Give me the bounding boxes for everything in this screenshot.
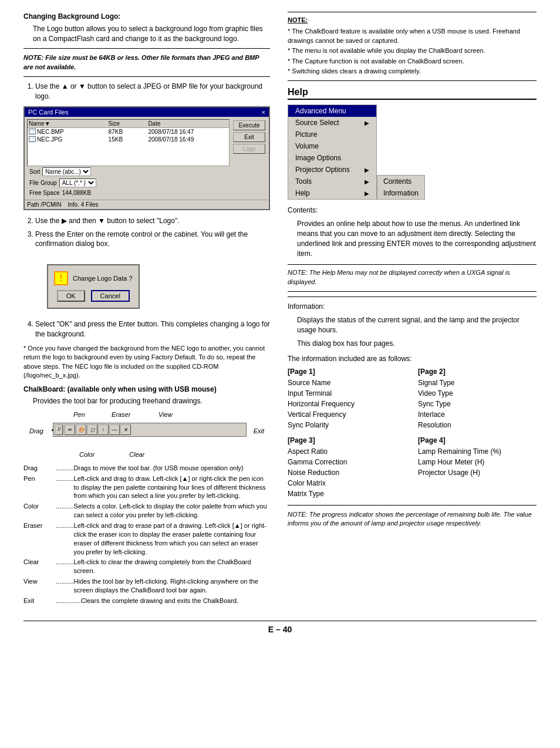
- page-number: E – 40: [23, 621, 537, 634]
- file-date-1: 2008/07/18 16:49: [148, 136, 228, 143]
- term-eraser-dots: ..........: [56, 521, 74, 556]
- view-label: View: [158, 411, 173, 418]
- color-btn[interactable]: 🎨: [76, 424, 86, 435]
- page-1-col: [Page 1] Source Name Input Terminal Hori…: [288, 368, 406, 430]
- dialog-title: PC Card Files ×: [25, 107, 269, 117]
- help-section: Help Advanced Menu Source Select ▶ Pictu…: [288, 87, 537, 528]
- page-4-col: [Page 4] Lamp Remaining Time (%) Lamp Ho…: [418, 436, 537, 499]
- page-3-header: [Page 3]: [288, 436, 406, 444]
- information-heading: Information:: [288, 302, 537, 312]
- sort-select[interactable]: Name (abc...): [42, 167, 91, 176]
- info-label: Info.: [68, 201, 79, 208]
- file-row-0[interactable]: 📄 NEC.BMP 87KB 2008/07/18 16:47: [28, 128, 229, 136]
- page-3-item-3: Color Matrix: [288, 478, 406, 488]
- page-1-item-3: Vertical Frequency: [288, 409, 406, 420]
- info-value: 4 Files: [81, 201, 98, 208]
- col-date-header: Date: [148, 120, 228, 127]
- file-size-1: 15KB: [109, 136, 149, 143]
- term-drag-label: Drag: [23, 464, 56, 473]
- menu-item-tools[interactable]: Tools ▶: [288, 176, 376, 187]
- drag-handle[interactable]: ⠿: [55, 424, 63, 435]
- sort-label: Sort: [29, 169, 40, 175]
- menu-item-volume[interactable]: Volume: [288, 140, 376, 152]
- page-1-header: [Page 1]: [288, 368, 406, 376]
- menu-item-image-options[interactable]: Image Options: [288, 152, 376, 164]
- page-1-item-0: Source Name: [288, 378, 406, 388]
- clear-btn[interactable]: —: [109, 424, 120, 435]
- menu-item-help[interactable]: Help ▶: [288, 187, 376, 199]
- warning-icon: !: [54, 271, 68, 285]
- term-view-label: View: [23, 577, 56, 595]
- menu-item-projector-options[interactable]: Projector Options ▶: [288, 164, 376, 176]
- arrow-btn[interactable]: ↑: [98, 424, 109, 435]
- page-4-item-0: Lamp Remaining Time (%): [418, 446, 537, 457]
- file-row-1[interactable]: 📄 NEC.JPG 15KB 2008/07/18 16:49: [28, 136, 229, 143]
- help-title: Help: [288, 87, 537, 100]
- file-group-label: File Group: [29, 180, 57, 186]
- tools-arrow: ▶: [365, 178, 369, 185]
- information-section: Information: Displays the status of the …: [288, 302, 537, 348]
- asterisk-note: * Once you have changed the background f…: [23, 344, 270, 380]
- contents-text: Provides an online help about how to use…: [288, 219, 537, 258]
- file-group-select[interactable]: ALL (*.* ): [59, 178, 96, 187]
- page-2-item-1: Video Type: [418, 388, 537, 399]
- col-size-header: Size: [109, 120, 149, 127]
- page-2-item-4: Resolution: [418, 420, 537, 430]
- page-3-item-1: Gamma Correction: [288, 457, 406, 467]
- file-icon-0: 📄: [29, 129, 36, 134]
- eraser-btn[interactable]: ◻: [87, 424, 97, 435]
- changing-bg-heading: Changing Background Logo:: [23, 12, 270, 22]
- pen-btn[interactable]: ✏: [65, 424, 75, 435]
- term-color-desc: Selects a color. Left-click to display t…: [74, 502, 270, 520]
- page-4-item-2: Projector Usage (H): [418, 467, 537, 478]
- source-select-arrow: ▶: [365, 120, 369, 126]
- term-pen-desc: Left-click and drag to draw. Left-click …: [74, 474, 270, 501]
- information-text: Displays the status of the current signa…: [288, 315, 537, 335]
- dialog-title-text: PC Card Files: [28, 109, 68, 116]
- term-exit-dots: ..............: [56, 597, 81, 605]
- term-view-dots: ..........: [56, 577, 74, 595]
- submenu-information[interactable]: Information: [377, 187, 424, 199]
- term-exit-desc: Clears the complete drawing and exits th…: [81, 597, 270, 605]
- term-drag-desc: Drags to move the tool bar. (for USB mou…: [74, 464, 270, 473]
- clear-label: Clear: [129, 451, 144, 458]
- contents-note: NOTE: The Help Menu may not be displayed…: [288, 268, 537, 287]
- term-color-label: Color: [23, 502, 56, 520]
- menu-item-picture[interactable]: Picture: [288, 129, 376, 140]
- cancel-btn[interactable]: Cancel: [91, 290, 130, 302]
- color-label: Color: [79, 451, 95, 458]
- dialog-close-btn[interactable]: ×: [262, 109, 265, 116]
- page-4-item-1: Lamp Hour Meter (H): [418, 457, 537, 467]
- term-clear-dots: ..........: [56, 558, 74, 575]
- term-eraser: Eraser .......... Left-click and drag to…: [23, 521, 270, 556]
- menu-item-source-select[interactable]: Source Select ▶: [288, 117, 376, 129]
- exit-toolbar-btn[interactable]: ✕: [120, 424, 131, 435]
- pen-label: Pen: [73, 411, 85, 418]
- page-3-col: [Page 3] Aspect Ratio Gamma Correction N…: [288, 436, 406, 499]
- final-note: NOTE: The progress indicator shows the p…: [288, 510, 537, 528]
- submenu-contents[interactable]: Contents: [377, 176, 424, 187]
- menu-item-advanced[interactable]: Advanced Menu: [288, 105, 376, 117]
- contents-section: Contents: Provides an online help about …: [288, 205, 537, 258]
- page-1-item-4: Sync Polarity: [288, 420, 406, 430]
- page-1-item-2: Horizontal Frequency: [288, 399, 406, 409]
- term-pen: Pen .......... Left-click and drag to dr…: [23, 474, 270, 501]
- execute-btn[interactable]: Execute: [233, 120, 265, 130]
- ok-btn[interactable]: OK: [57, 290, 85, 302]
- col-name-header: Name▼: [29, 120, 109, 127]
- logo-btn[interactable]: Logo: [233, 144, 265, 154]
- menu-item-source-select-label: Source Select: [295, 119, 339, 127]
- confirm-dialog: ! Change Logo Data ? OK Cancel: [47, 264, 140, 309]
- free-space-value: 144,088KB: [62, 190, 92, 196]
- term-pen-dots: ..........: [56, 474, 74, 501]
- page-2-header: [Page 2]: [418, 368, 537, 376]
- term-color: Color .......... Selects a color. Left-c…: [23, 502, 270, 520]
- note-italic: NOTE: File size must be 64KB or less. Ot…: [23, 53, 270, 72]
- page-2-col: [Page 2] Signal Type Video Type Sync Typ…: [418, 368, 537, 430]
- exit-btn[interactable]: Exit: [233, 132, 265, 142]
- confirm-message: Change Logo Data ?: [73, 275, 133, 282]
- term-exit-label: Exit: [23, 597, 56, 605]
- term-eraser-desc: Left-click and drag to erase part of a d…: [74, 521, 270, 556]
- term-view-desc: Hides the tool bar by left-clicking. Rig…: [74, 577, 270, 595]
- chalkboard-title: ChalkBoard: (available only when using w…: [23, 385, 270, 395]
